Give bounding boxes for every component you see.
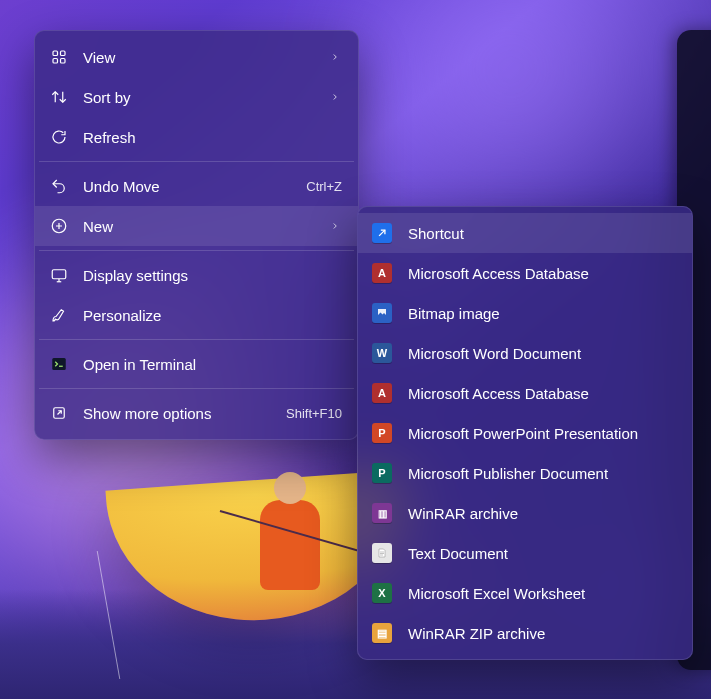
grid-icon [49,47,69,67]
submenu-item-label: Microsoft Excel Worksheet [408,585,676,602]
svg-rect-1 [61,51,66,56]
menu-item-label: Personalize [83,307,342,324]
submenu-item-label: Microsoft Access Database [408,385,676,402]
zip-icon: ▤ [372,623,392,643]
submenu-item-microsoft-access-database[interactable]: AMicrosoft Access Database [358,253,692,293]
undo-icon [49,176,69,196]
bitmap-icon [372,303,392,323]
submenu-item-label: Text Document [408,545,676,562]
submenu-item-winrar-zip-archive[interactable]: ▤WinRAR ZIP archive [358,613,692,653]
chevron-right-icon [328,90,342,104]
word-icon: W [372,343,392,363]
submenu-item-label: Microsoft Publisher Document [408,465,676,482]
submenu-item-label: Microsoft PowerPoint Presentation [408,425,676,442]
submenu-item-label: Microsoft Word Document [408,345,676,362]
svg-rect-2 [53,59,58,64]
menu-item-open-in-terminal[interactable]: Open in Terminal [35,344,358,384]
menu-item-label: View [83,49,314,66]
expand-icon [49,403,69,423]
shortcut-icon [372,223,392,243]
submenu-item-label: WinRAR archive [408,505,676,522]
menu-item-accelerator: Ctrl+Z [306,179,342,194]
access-icon: A [372,263,392,283]
excel-icon: X [372,583,392,603]
submenu-item-microsoft-excel-worksheet[interactable]: XMicrosoft Excel Worksheet [358,573,692,613]
submenu-item-label: Bitmap image [408,305,676,322]
svg-rect-3 [61,59,66,64]
menu-item-label: Show more options [83,405,264,422]
submenu-item-label: Microsoft Access Database [408,265,676,282]
chevron-right-icon [328,50,342,64]
menu-separator [39,388,354,389]
winrar-icon: ▥ [372,503,392,523]
menu-separator [39,339,354,340]
powerpoint-icon: P [372,423,392,443]
menu-item-refresh[interactable]: Refresh [35,117,358,157]
menu-item-undo-move[interactable]: Undo MoveCtrl+Z [35,166,358,206]
svg-rect-0 [53,51,58,56]
submenu-item-microsoft-word-document[interactable]: WMicrosoft Word Document [358,333,692,373]
menu-item-new[interactable]: New [35,206,358,246]
submenu-item-text-document[interactable]: Text Document [358,533,692,573]
desktop-context-menu: ViewSort byRefreshUndo MoveCtrl+ZNewDisp… [34,30,359,440]
menu-item-label: Refresh [83,129,342,146]
menu-item-sort-by[interactable]: Sort by [35,77,358,117]
menu-item-display-settings[interactable]: Display settings [35,255,358,295]
menu-separator [39,250,354,251]
menu-item-label: Undo Move [83,178,284,195]
menu-item-label: Display settings [83,267,342,284]
svg-rect-5 [52,270,66,279]
plus-icon [49,216,69,236]
menu-item-personalize[interactable]: Personalize [35,295,358,335]
submenu-item-label: WinRAR ZIP archive [408,625,676,642]
menu-item-show-more-options[interactable]: Show more optionsShift+F10 [35,393,358,433]
text-icon [372,543,392,563]
terminal-icon [49,354,69,374]
sort-icon [49,87,69,107]
menu-item-accelerator: Shift+F10 [286,406,342,421]
display-icon [49,265,69,285]
menu-separator [39,161,354,162]
submenu-item-winrar-archive[interactable]: ▥WinRAR archive [358,493,692,533]
new-submenu: ShortcutAMicrosoft Access DatabaseBitmap… [357,206,693,660]
submenu-item-microsoft-access-database[interactable]: AMicrosoft Access Database [358,373,692,413]
submenu-item-shortcut[interactable]: Shortcut [358,213,692,253]
access-icon: A [372,383,392,403]
submenu-item-microsoft-publisher-document[interactable]: PMicrosoft Publisher Document [358,453,692,493]
wallpaper-figure [260,500,320,590]
submenu-item-label: Shortcut [408,225,676,242]
svg-rect-6 [52,358,66,370]
submenu-item-microsoft-powerpoint-presentation[interactable]: PMicrosoft PowerPoint Presentation [358,413,692,453]
menu-item-view[interactable]: View [35,37,358,77]
publisher-icon: P [372,463,392,483]
chevron-right-icon [328,219,342,233]
menu-item-label: Sort by [83,89,314,106]
brush-icon [49,305,69,325]
menu-item-label: New [83,218,314,235]
submenu-item-bitmap-image[interactable]: Bitmap image [358,293,692,333]
menu-item-label: Open in Terminal [83,356,342,373]
refresh-icon [49,127,69,147]
